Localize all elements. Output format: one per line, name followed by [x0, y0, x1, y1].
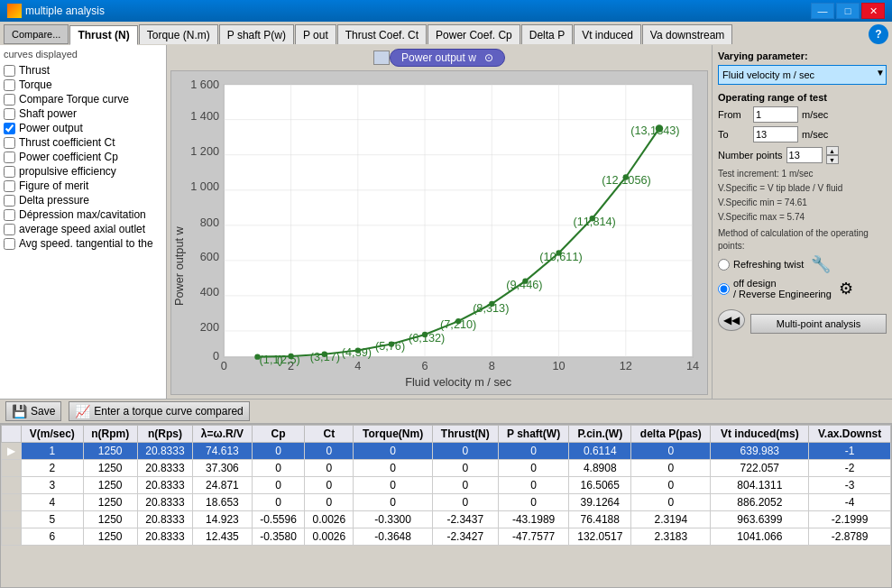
curve-avg-speed-tang-label: Avg speed. tangential to the	[19, 237, 153, 250]
row-arrow	[2, 494, 22, 511]
varying-param-select[interactable]: Fluid velocity m / sec	[718, 65, 887, 85]
floppy-icon	[12, 404, 27, 418]
svg-text:1 000: 1 000	[190, 179, 219, 193]
curve-power-output-label: Power output	[19, 122, 83, 134]
tab-power-coef[interactable]: Power Coef. Cp	[428, 24, 520, 44]
tab-thrust-coef[interactable]: Thrust Coef. Ct	[337, 24, 427, 44]
radio-offdesign-label: off design / Reverse Engineering	[733, 278, 832, 299]
curve-thrust: Thrust	[4, 63, 162, 78]
cell-nrps: 20.8333	[137, 443, 192, 460]
cell-cp: 0	[252, 443, 305, 460]
curve-thrust-coef-checkbox[interactable]	[4, 137, 15, 149]
center-panel: Power output w ⊙	[167, 45, 712, 399]
table-row[interactable]: 6 1250 20.8333 12.435 -0.3580 0.0026 -0.…	[2, 528, 891, 546]
v-specific-info: V.Specific = V tip blade / V fluid	[718, 182, 887, 195]
tab-vt-induced[interactable]: Vt induced	[574, 24, 641, 44]
num-points-row: Number points ▲ ▼	[718, 146, 887, 164]
maximize-button[interactable]: □	[836, 3, 860, 19]
cell-lambda: 18.653	[193, 494, 253, 511]
row-arrow	[2, 477, 22, 494]
from-input[interactable]	[753, 106, 798, 123]
cell-v: 5	[22, 511, 84, 528]
help-button[interactable]: ?	[869, 24, 888, 44]
table-row[interactable]: 3 1250 20.8333 24.871 0 0 0 0 0 16.5065 …	[2, 477, 891, 494]
table-container[interactable]: V(m/sec) n(Rpm) n(Rps) λ=ω.R/V Cp Ct Tor…	[0, 424, 892, 588]
curve-prop-efficiency: propulsive efficiency	[4, 164, 162, 179]
tab-pout[interactable]: P out	[295, 24, 336, 44]
svg-text:10: 10	[553, 359, 566, 372]
curve-compare-torque: Compare Torque curve	[4, 92, 162, 106]
curve-prop-efficiency-checkbox[interactable]	[4, 166, 15, 178]
curve-power-output: Power output	[4, 121, 162, 135]
num-points-down[interactable]: ▼	[826, 155, 839, 164]
compare-button[interactable]: Compare...	[4, 24, 69, 44]
table-row[interactable]: 4 1250 20.8333 18.653 0 0 0 0 0 39.1264 …	[2, 494, 891, 511]
cell-torque: -0.3300	[354, 511, 432, 528]
curve-figure-merit-checkbox[interactable]	[4, 180, 15, 192]
curve-delta-pressure-checkbox[interactable]	[4, 195, 15, 207]
title-bar-left: multiple analysis	[7, 4, 105, 18]
close-button[interactable]: ✕	[861, 3, 885, 19]
tab-va-downstream[interactable]: Va downstream	[642, 24, 732, 44]
curve-shaft-power-checkbox[interactable]	[4, 108, 15, 120]
cell-pshaft: 0	[498, 443, 569, 460]
curve-torque-checkbox[interactable]	[4, 79, 15, 91]
save-button[interactable]: Save	[5, 401, 61, 421]
curve-power-coef-checkbox[interactable]	[4, 152, 15, 163]
th-thrust: Thrust(N)	[432, 426, 498, 443]
tab-torque[interactable]: Torque (N.m)	[139, 24, 218, 44]
curve-avg-speed-axial-checkbox[interactable]	[4, 224, 15, 235]
table-row[interactable]: 5 1250 20.8333 14.923 -0.5596 0.0026 -0.…	[2, 511, 891, 528]
curve-figure-merit: Figure of merit	[4, 179, 162, 193]
curve-power-output-checkbox[interactable]	[4, 123, 15, 134]
table-header-row: V(m/sec) n(Rpm) n(Rps) λ=ω.R/V Cp Ct Tor…	[2, 426, 891, 443]
radio-refreshing[interactable]	[718, 259, 730, 271]
table-row[interactable]: ▶ 1 1250 20.8333 74.613 0 0 0 0 0 0.6114…	[2, 443, 891, 460]
curve-shaft-power: Shaft power	[4, 106, 162, 121]
tab-thrust[interactable]: Thrust (N)	[69, 25, 137, 45]
tab-delta-p[interactable]: Delta P	[521, 24, 573, 44]
back-button[interactable]: ◀	[718, 309, 745, 331]
th-vax: V.ax.Downst	[809, 426, 891, 443]
cell-nrps: 20.8333	[137, 460, 192, 477]
cell-ct: 0	[305, 460, 354, 477]
cell-nrpm: 1250	[83, 494, 137, 511]
cell-torque: -0.3648	[354, 528, 432, 546]
svg-text:(13,1343): (13,1343)	[630, 124, 679, 137]
torque-curve-button[interactable]: Enter a torque curve compared	[69, 401, 249, 421]
num-points-up[interactable]: ▲	[826, 146, 839, 155]
curve-avg-speed-tang: Avg speed. tangential to the	[4, 236, 162, 251]
th-deltap: delta P(pas)	[631, 426, 711, 443]
num-points-label: Number points	[718, 150, 783, 161]
tab-pshaft[interactable]: P shaft P(w)	[219, 24, 294, 44]
main-container: Compare... Thrust (N) Torque (N.m) P sha…	[0, 22, 892, 588]
table-row[interactable]: 2 1250 20.8333 37.306 0 0 0 0 0 4.8908 0…	[2, 460, 891, 477]
radio-offdesign[interactable]	[718, 283, 730, 295]
multi-point-button[interactable]: Multi-point analysis	[750, 314, 887, 334]
to-input[interactable]	[753, 126, 798, 142]
cell-pshaft: -43.1989	[498, 511, 569, 528]
cell-torque: 0	[354, 494, 432, 511]
cell-deltap: 2.3194	[631, 511, 711, 528]
svg-text:1 200: 1 200	[190, 144, 219, 158]
row-arrow	[2, 528, 22, 546]
svg-text:200: 200	[200, 320, 219, 334]
num-points-input[interactable]	[786, 147, 823, 163]
minimize-button[interactable]: —	[811, 3, 834, 19]
svg-text:(6,132): (6,132)	[409, 331, 445, 345]
cell-vt: 804.1311	[711, 477, 809, 494]
cell-lambda: 37.306	[193, 460, 253, 477]
cell-deltap: 0	[631, 494, 711, 511]
curve-power-coef: Power coefficient Cp	[4, 150, 162, 164]
curve-thrust-label: Thrust	[19, 64, 50, 77]
th-pshaft: P shaft(W)	[498, 426, 569, 443]
cell-deltap: 0	[631, 443, 711, 460]
cell-nrpm: 1250	[83, 528, 137, 546]
curve-depression-max-checkbox[interactable]	[4, 209, 15, 221]
cell-pshaft: 0	[498, 477, 569, 494]
curve-thrust-checkbox[interactable]	[4, 65, 15, 77]
cell-cp: -0.5596	[252, 511, 305, 528]
chart-svg: 0 200 400 600 800 1 000 1 200 1 400 1 60…	[171, 71, 707, 394]
curve-compare-torque-checkbox[interactable]	[4, 94, 15, 106]
curve-avg-speed-tang-checkbox[interactable]	[4, 238, 15, 250]
